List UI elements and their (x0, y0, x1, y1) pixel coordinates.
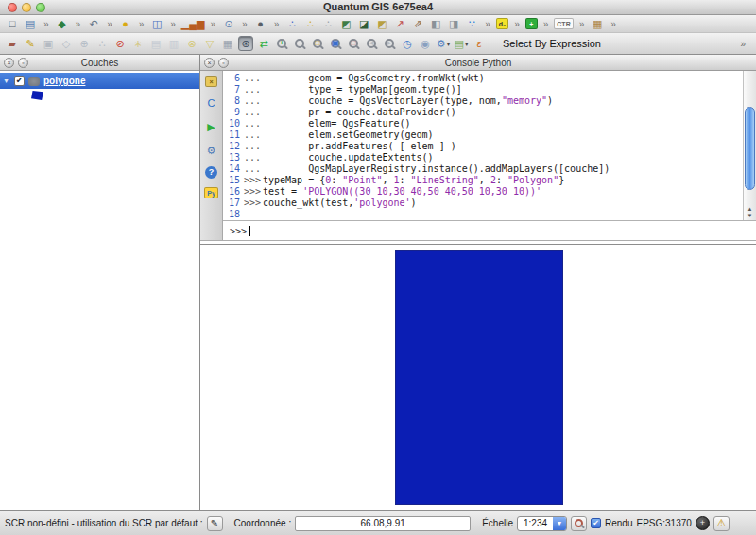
overflow-chevron[interactable]: » (576, 19, 588, 29)
add-vector-layer-icon[interactable]: ◆ (55, 16, 70, 31)
scroll-up-icon[interactable]: ▲ (747, 206, 753, 213)
render-checkbox[interactable]: ✔ (591, 518, 601, 528)
new-project-icon[interactable]: □ (5, 16, 20, 31)
overflow-chevron[interactable]: » (541, 19, 552, 29)
sphere-icon[interactable]: ● (253, 16, 268, 31)
overflow-chevron[interactable]: » (104, 19, 115, 29)
hand-tool-icon[interactable]: ⊙ (221, 16, 236, 31)
tag-yellow-icon[interactable]: ◩ (374, 16, 389, 31)
copy-features-icon[interactable]: ▤ (148, 36, 163, 51)
zoom-last-icon[interactable]: ◄ (364, 36, 379, 51)
overflow-chevron[interactable]: » (271, 19, 283, 29)
console-settings-icon[interactable]: ⚙ (204, 143, 219, 158)
overflow-chevron[interactable]: » (511, 19, 523, 29)
expander-icon[interactable]: ▼ (3, 78, 10, 84)
scrollbar-thumb[interactable] (745, 107, 755, 190)
diagram-label-icon[interactable]: d₂ (496, 18, 508, 29)
layers-panel-title: Couches (0, 58, 199, 68)
tag-green-icon[interactable]: ◩ (338, 16, 353, 31)
map-tips-icon[interactable]: ◉ (418, 36, 433, 51)
overflow-chevron[interactable]: » (208, 19, 219, 29)
annotation-icon[interactable]: ▤ (454, 36, 469, 51)
pin-icon[interactable]: ↗ (392, 16, 407, 31)
pan-map-icon[interactable]: ⊛ (238, 36, 253, 51)
water-drops-icon[interactable]: ∵ (464, 16, 479, 31)
console-scrollbar[interactable]: ▲ ▼ (743, 71, 756, 220)
pan-to-selection-icon[interactable]: ⇄ (256, 36, 271, 51)
run-command-icon[interactable]: Py (204, 187, 218, 198)
run-script-icon[interactable]: ▶ (204, 119, 219, 134)
overflow-chevron[interactable]: » (136, 19, 147, 29)
layer-visibility-checkbox[interactable]: ✔ (14, 76, 25, 86)
console-input[interactable]: >>> (223, 221, 756, 240)
scroll-down-icon[interactable]: ▼ (747, 213, 753, 219)
save-edits-icon[interactable]: ▣ (41, 36, 56, 51)
zoom-last-icon-glyph: ◄ (368, 40, 375, 47)
settings-icon[interactable]: ⚙ (436, 36, 451, 51)
attribute-table-icon[interactable]: ▦ (220, 36, 235, 51)
refresh-icon[interactable]: ◷ (400, 36, 415, 51)
cut-features-icon[interactable]: ⊗ (184, 36, 199, 51)
notebook-icon[interactable]: ◫ (149, 16, 164, 31)
select-by-expression-button[interactable]: Select By Expression (490, 38, 610, 49)
rotate-feature-icon[interactable]: ∗ (130, 36, 146, 51)
tag-dark-green-icon[interactable]: ◪ (356, 16, 371, 31)
delete-selected-icon[interactable]: ⊘ (112, 36, 128, 51)
toggle-editing-icon[interactable]: ✎ (23, 36, 38, 51)
panel-right-icon[interactable]: ◨ (446, 16, 461, 31)
zoom-to-layer-icon-glyph: ▣ (332, 40, 339, 47)
console-help-icon[interactable]: ? (205, 166, 217, 179)
overflow-chevron[interactable]: » (482, 19, 493, 29)
line-code: type = typeMap[geom.type()] (263, 84, 743, 95)
zoom-out-icon[interactable]: − (292, 36, 307, 51)
overflow-chevron[interactable]: » (73, 19, 84, 29)
eraser-icon[interactable]: ▰ (5, 36, 20, 51)
code-segment: QgsMapLayerRegistry.instance().addMapLay… (263, 164, 610, 174)
crs-selector-button[interactable]: ✎ (207, 516, 223, 531)
overflow-chevron[interactable]: » (737, 39, 751, 49)
zoom-window-button[interactable] (36, 3, 45, 12)
paw-gray-icon[interactable]: ∴ (320, 16, 335, 31)
chart-icon[interactable]: ▁▄▆ (181, 16, 205, 31)
add-feature-icon[interactable]: + (525, 18, 538, 29)
console-output[interactable]: 6... geom = QgsGeometry.fromWkt(wkt)7...… (223, 71, 756, 221)
overflow-chevron[interactable]: » (41, 19, 52, 29)
node-tool-icon[interactable]: ∴ (94, 36, 110, 51)
chevron-down-icon[interactable]: ▼ (553, 517, 566, 530)
zoom-in-icon[interactable]: + (274, 36, 289, 51)
simplify-feature-icon[interactable]: ▽ (202, 36, 217, 51)
labeling-icon[interactable]: ● (118, 16, 133, 31)
paw-blue-icon[interactable]: ∴ (284, 16, 300, 31)
overflow-chevron[interactable]: » (167, 19, 179, 29)
layer-symbology-swatch[interactable] (31, 91, 43, 100)
clear-console-icon[interactable]: × (205, 76, 217, 87)
zoom-to-layer-icon[interactable]: ▣ (328, 36, 343, 51)
overflow-chevron[interactable]: » (608, 19, 619, 29)
overflow-chevron[interactable]: » (239, 19, 250, 29)
compass-icon[interactable]: ⇗ (410, 16, 425, 31)
expression-icon[interactable]: ε (472, 36, 487, 51)
coordinate-input[interactable] (295, 516, 471, 531)
image-icon[interactable]: ▦ (590, 16, 605, 31)
minimize-window-button[interactable] (22, 3, 31, 12)
undo-icon[interactable]: ↶ (86, 16, 101, 31)
capture-polygon-icon[interactable]: ◇ (59, 36, 74, 51)
zoom-full-icon[interactable]: □ (310, 36, 325, 51)
open-project-icon[interactable]: ▤ (23, 16, 38, 31)
scale-combo[interactable]: 1:234 ▼ (517, 516, 567, 531)
crs-status-button[interactable]: + (696, 516, 710, 530)
map-canvas[interactable] (200, 245, 756, 510)
shortcut-keys-icon[interactable]: CTR (554, 18, 573, 29)
zoom-next-icon[interactable]: ► (382, 36, 397, 51)
move-feature-icon[interactable]: ⊕ (77, 36, 92, 51)
layer-row[interactable]: ▼ ✔ polygone (0, 73, 199, 89)
messages-button[interactable]: ⚠ (713, 516, 730, 531)
scale-magnifier-button[interactable] (571, 516, 587, 531)
zoom-to-selection-icon[interactable]: □ (346, 36, 361, 51)
close-window-button[interactable] (8, 3, 17, 12)
paw-yellow-icon[interactable]: ∴ (302, 16, 318, 31)
import-class-icon[interactable]: C (204, 95, 219, 111)
panel-left-icon[interactable]: ◧ (428, 16, 443, 31)
paste-features-icon[interactable]: ▥ (166, 36, 181, 51)
zoom-next-icon-glyph: ► (386, 40, 393, 47)
